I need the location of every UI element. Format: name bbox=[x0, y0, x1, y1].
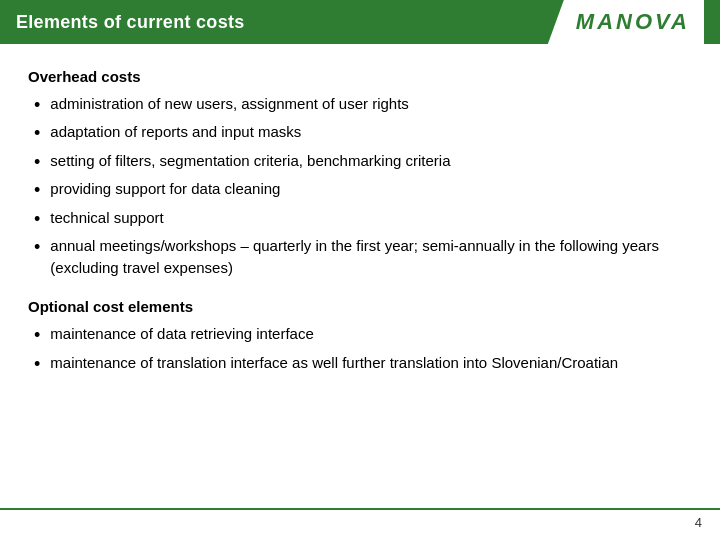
item-text: setting of filters, segmentation criteri… bbox=[50, 150, 692, 172]
item-text: maintenance of data retrieving interface bbox=[50, 323, 692, 345]
bullet-icon: • bbox=[34, 151, 40, 174]
list-item: • technical support bbox=[34, 207, 692, 231]
overhead-section: Overhead costs • administration of new u… bbox=[28, 68, 692, 278]
logo-container: MANOVA bbox=[548, 0, 704, 44]
item-text: providing support for data cleaning bbox=[50, 178, 692, 200]
bullet-icon: • bbox=[34, 208, 40, 231]
logo-area: MANOVA bbox=[548, 0, 704, 44]
list-item: • annual meetings/workshops – quarterly … bbox=[34, 235, 692, 279]
overhead-title: Overhead costs bbox=[28, 68, 692, 85]
item-text: annual meetings/workshops – quarterly in… bbox=[50, 235, 692, 279]
list-item: • maintenance of translation interface a… bbox=[34, 352, 692, 376]
optional-section: Optional cost elements • maintenance of … bbox=[28, 298, 692, 376]
bullet-icon: • bbox=[34, 353, 40, 376]
list-item: • setting of filters, segmentation crite… bbox=[34, 150, 692, 174]
optional-list: • maintenance of data retrieving interfa… bbox=[34, 323, 692, 376]
optional-title: Optional cost elements bbox=[28, 298, 692, 315]
list-item: • adaptation of reports and input masks bbox=[34, 121, 692, 145]
bullet-icon: • bbox=[34, 236, 40, 259]
item-text: maintenance of translation interface as … bbox=[50, 352, 692, 374]
bullet-icon: • bbox=[34, 179, 40, 202]
page-title: Elements of current costs bbox=[16, 12, 245, 33]
list-item: • administration of new users, assignmen… bbox=[34, 93, 692, 117]
overhead-list: • administration of new users, assignmen… bbox=[34, 93, 692, 278]
item-text: technical support bbox=[50, 207, 692, 229]
bottom-line bbox=[0, 508, 720, 510]
bullet-icon: • bbox=[34, 324, 40, 347]
item-text: adaptation of reports and input masks bbox=[50, 121, 692, 143]
page-number: 4 bbox=[695, 515, 702, 530]
list-item: • maintenance of data retrieving interfa… bbox=[34, 323, 692, 347]
item-text: administration of new users, assignment … bbox=[50, 93, 692, 115]
manova-logo: MANOVA bbox=[576, 9, 690, 35]
bullet-icon: • bbox=[34, 122, 40, 145]
bullet-icon: • bbox=[34, 94, 40, 117]
main-content: Overhead costs • administration of new u… bbox=[0, 44, 720, 396]
list-item: • providing support for data cleaning bbox=[34, 178, 692, 202]
header-bar: Elements of current costs MANOVA bbox=[0, 0, 720, 44]
